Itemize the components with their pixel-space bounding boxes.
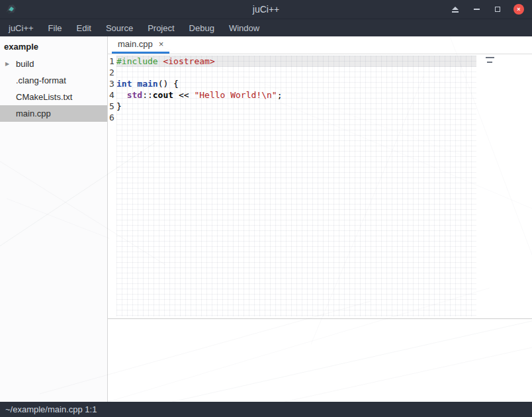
editor[interactable]: 1#include <iostream>23int main() {4 std:… xyxy=(108,54,532,318)
code-token: std xyxy=(127,90,142,100)
code-line-6: 6 xyxy=(108,112,532,123)
close-button[interactable]: × xyxy=(513,4,524,15)
menu-item-project[interactable]: Project xyxy=(140,19,181,37)
code-line-2: 2 xyxy=(108,67,532,78)
code-token: () { xyxy=(158,79,179,89)
line-number: 1 xyxy=(108,56,116,67)
line-number: 4 xyxy=(108,89,116,101)
line-number: 5 xyxy=(108,101,116,112)
menu-item-juci[interactable]: juCi++ xyxy=(1,19,41,37)
line-number: 2 xyxy=(108,67,116,78)
code-line-1: 1#include <iostream> xyxy=(108,56,532,67)
code-line-3: 3int main() { xyxy=(108,78,532,89)
code-token: int xyxy=(116,79,132,89)
menu-item-debug[interactable]: Debug xyxy=(182,19,222,37)
tree-item-label: CMakeLists.txt xyxy=(16,92,72,102)
tree-item-clang-format[interactable]: .clang-format xyxy=(0,72,107,89)
tree-item-main-cpp[interactable]: main.cpp xyxy=(0,105,107,122)
main-panel: main.cpp× 1#include <iostream>23int main… xyxy=(108,36,532,402)
file-tree-panel: example ▶build.clang-formatCMakeLists.tx… xyxy=(0,36,108,402)
code-text: } xyxy=(116,101,476,112)
tree-item-build[interactable]: ▶build xyxy=(0,56,107,72)
code-text: #include <iostream> xyxy=(116,56,476,67)
eject-glyph xyxy=(452,7,459,13)
app-window: juCi++ × juCi++FileEditSourceProjectDebu… xyxy=(0,0,532,417)
code-line-5: 5} xyxy=(108,101,532,112)
titlebar: juCi++ × xyxy=(0,0,532,19)
status-file-position: ~/example/main.cpp 1:1 xyxy=(5,404,97,414)
tab-label: main.cpp xyxy=(118,39,153,49)
tree-item-label: .clang-format xyxy=(16,75,66,85)
code-token: << xyxy=(173,90,194,100)
eject-icon[interactable] xyxy=(450,4,461,15)
code-token: "Hello World!\n" xyxy=(194,90,277,100)
window-controls: × xyxy=(450,4,532,15)
code-line-4: 4 std::cout << "Hello World!\n"; xyxy=(108,89,532,101)
content-area: example ▶build.clang-formatCMakeLists.tx… xyxy=(0,36,532,402)
menu-item-edit[interactable]: Edit xyxy=(69,19,99,37)
project-name: example xyxy=(0,36,107,56)
code-token: ; xyxy=(277,90,283,100)
code-text: std::cout << "Hello World!\n"; xyxy=(116,89,476,101)
code-token: main xyxy=(137,79,157,89)
info-panel xyxy=(108,318,532,402)
tree-item-label: build xyxy=(16,59,34,69)
menu-item-source[interactable]: Source xyxy=(99,19,140,37)
code-token: cout xyxy=(153,90,173,100)
restore-button[interactable] xyxy=(492,4,503,15)
statusbar: ~/example/main.cpp 1:1 xyxy=(0,402,532,417)
menubar: juCi++FileEditSourceProjectDebugWindow xyxy=(0,19,532,36)
code-token: :: xyxy=(142,90,153,100)
line-number: 3 xyxy=(108,78,116,89)
menu-item-file[interactable]: File xyxy=(41,19,69,37)
tabbar: main.cpp× xyxy=(108,36,532,54)
code-text xyxy=(116,112,476,123)
code-text: int main() { xyxy=(116,78,476,89)
tree-item-cmakelists-txt[interactable]: CMakeLists.txt xyxy=(0,89,107,105)
tree-item-label: main.cpp xyxy=(16,109,51,118)
code-token: <iostream> xyxy=(163,56,214,66)
tab-main-cpp[interactable]: main.cpp× xyxy=(112,36,169,54)
minimize-button[interactable] xyxy=(471,4,482,15)
code-token: } xyxy=(116,101,122,111)
tab-close-icon[interactable]: × xyxy=(159,40,164,48)
file-tree: ▶build.clang-formatCMakeLists.txtmain.cp… xyxy=(0,56,107,122)
line-number: 6 xyxy=(108,112,116,123)
code-text xyxy=(116,67,476,78)
code-token: #include xyxy=(116,56,158,66)
code-token xyxy=(116,90,127,100)
menu-item-window[interactable]: Window xyxy=(222,19,267,37)
code-lines: 1#include <iostream>23int main() {4 std:… xyxy=(108,54,532,123)
expander-icon[interactable]: ▶ xyxy=(5,56,9,72)
scrollbar-overview xyxy=(486,57,494,66)
